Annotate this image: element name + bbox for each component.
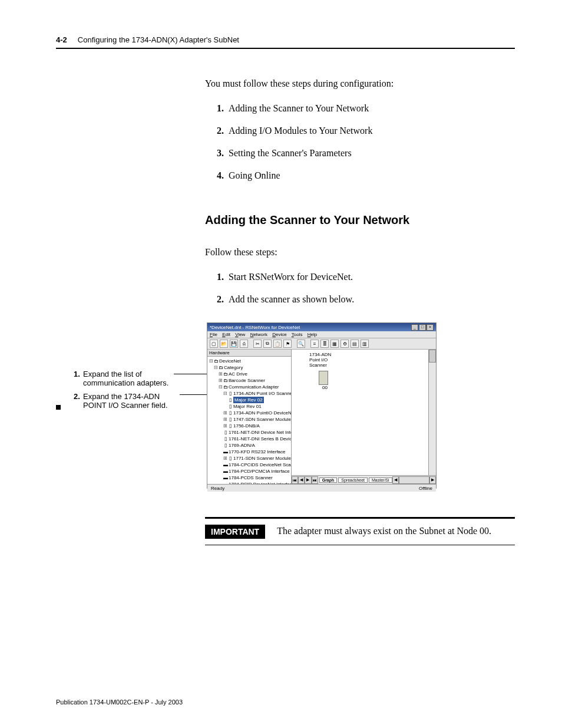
vertical-scrollbar[interactable] [428, 350, 436, 476]
tree-item[interactable]: 1784-PCDS Scanner [229, 475, 273, 480]
tool-icon[interactable]: ▦ [330, 340, 339, 348]
copy-icon[interactable]: ⧉ [263, 340, 272, 348]
publication-footer: Publication 1734-UM002C-EN-P - July 2003 [56, 699, 515, 706]
tree-item[interactable]: 1784-PCID DeviceNet Interface [229, 482, 291, 484]
window-titlebar: *DeviceNet.dnt - RSNetWorx for DeviceNet… [207, 323, 436, 331]
tool-icon[interactable]: ▤ [351, 340, 359, 348]
step-text: Adding the Scanner to Your Network [229, 103, 369, 113]
tree-item[interactable]: 1747-SDN Scanner Module [233, 417, 291, 422]
tool-icon[interactable]: ▥ [361, 340, 369, 348]
save-icon[interactable]: 💾 [230, 340, 238, 348]
online-icon[interactable]: ⚑ [283, 340, 292, 348]
zoom-icon[interactable]: 🔍 [297, 340, 305, 348]
tab-master-slave[interactable]: Master/Sl [369, 477, 392, 483]
paste-icon[interactable]: 📋 [273, 340, 282, 348]
rsnetworx-window: *DeviceNet.dnt - RSNetWorx for DeviceNet… [207, 322, 437, 489]
menu-edit[interactable]: Edit [222, 332, 230, 337]
menu-device[interactable]: Device [272, 332, 286, 337]
step-text: Going Online [229, 170, 280, 180]
tree-item[interactable]: AC Drive [229, 371, 247, 377]
device-icon[interactable] [319, 371, 328, 385]
page-number: 4-2 [56, 35, 67, 44]
section-heading: Adding the Scanner to Your Network [205, 213, 515, 227]
tree-item[interactable]: Barcode Scanner [229, 378, 265, 383]
tree-header: Hardware [207, 350, 291, 357]
tree-item[interactable]: Communication Adapter [229, 384, 279, 390]
sheet-tabs[interactable]: ⏮ ◀ ▶ ⏭ Graph Spreadsheet Master/Sl ◀ ▶ [292, 475, 436, 484]
tab-spreadsheet[interactable]: Spreadsheet [338, 477, 368, 483]
intro-text: You must follow these steps during confi… [205, 78, 515, 89]
substeps-list: 1.Start RSNetWorx for DeviceNet. 2.Add t… [217, 272, 515, 305]
bullet-marker [56, 405, 61, 410]
tab-graph[interactable]: Graph [319, 477, 338, 483]
tree-item[interactable]: 1761-NET-DNI Series B Device [229, 436, 291, 442]
tree-item-selected[interactable]: Major Rev 02 [233, 397, 264, 403]
nav-last-icon[interactable]: ⏭ [312, 476, 318, 484]
tool-icon[interactable]: ≡ [310, 340, 319, 348]
tool-icon[interactable]: ≣ [320, 340, 329, 348]
print-icon[interactable]: ⎙ [240, 340, 248, 348]
status-bar: Ready Offline [207, 484, 436, 492]
scroll-right-icon[interactable]: ▶ [429, 476, 436, 484]
tree-item[interactable]: 1761-NET-DNI Device Net Inte [229, 430, 291, 435]
device-node-number: 00 [322, 385, 328, 390]
tree-item[interactable]: 1771-SDN Scanner Module [233, 456, 291, 461]
menu-view[interactable]: View [235, 332, 245, 337]
close-icon[interactable]: × [427, 324, 434, 331]
tree-item[interactable]: 1756-DNB/A [233, 423, 260, 429]
network-canvas[interactable]: 1734-ADN Point I/O Scanner 00 ⏮ ◀ ▶ ⏭ Gr… [292, 350, 436, 484]
tree-item[interactable]: 1734-ADN PointIO DeviceNet A [233, 410, 291, 416]
nav-prev-icon[interactable]: ◀ [298, 476, 305, 484]
page-header: 4-2 Configuring the 1734-ADN(X) Adapter'… [56, 35, 515, 49]
substep-text: Start RSNetWorx for DeviceNet. [229, 272, 353, 282]
config-steps-list: 1.Adding the Scanner to Your Network 2.A… [217, 103, 515, 181]
open-icon[interactable]: 📂 [220, 340, 228, 348]
tree-item[interactable]: DeviceNet [219, 358, 241, 364]
important-box: IMPORTANT The adapter must always exist … [205, 517, 515, 545]
tree-item[interactable]: 1769-ADN/A [229, 443, 255, 448]
window-buttons[interactable]: _□× [411, 324, 434, 331]
tree-item[interactable]: 1784-CPCIDS DeviceNet Scann [229, 462, 291, 467]
nav-next-icon[interactable]: ▶ [305, 476, 311, 484]
scroll-left-icon[interactable]: ◀ [392, 476, 399, 484]
screenshot-area: 1.Expand the list of communication adapt… [56, 322, 515, 493]
device-label: 1734-ADN Point I/O Scanner [309, 352, 331, 368]
tree-item[interactable]: 1734-ADN Point I/O Scanner [233, 391, 291, 396]
tree-item[interactable]: 1784-PCD/PCMCIA Interface [229, 469, 290, 474]
status-left: Ready [211, 486, 224, 491]
step-text: Adding I/O Modules to Your Network [229, 126, 372, 136]
tree-item[interactable]: Category [224, 365, 243, 370]
tree-item[interactable]: 1770-KFD RS232 Interface [229, 449, 286, 454]
callout-left-1: 1.Expand the list of communication adapt… [74, 370, 197, 387]
new-icon[interactable]: ▢ [210, 340, 218, 348]
header-title: Configuring the 1734-ADN(X) Adapter's Su… [78, 35, 239, 44]
important-label: IMPORTANT [205, 525, 265, 539]
menu-tools[interactable]: Tools [292, 332, 303, 337]
hardware-tree[interactable]: Hardware ⊟🗀DeviceNet ⊟🗀Category ⊞🗀AC Dri… [207, 350, 292, 484]
minimize-icon[interactable]: _ [411, 324, 418, 331]
important-text: The adapter must always exist on the Sub… [277, 525, 491, 536]
nav-first-icon[interactable]: ⏮ [292, 476, 298, 484]
menu-bar[interactable]: File Edit View Network Device Tools Help [207, 331, 436, 338]
tree-item[interactable]: Major Rev 01 [233, 404, 262, 409]
menu-file[interactable]: File [210, 332, 217, 337]
tool-icon[interactable]: ⚙ [340, 340, 349, 348]
window-title: *DeviceNet.dnt - RSNetWorx for DeviceNet [210, 325, 300, 330]
menu-network[interactable]: Network [250, 332, 267, 337]
menu-help[interactable]: Help [308, 332, 317, 337]
maximize-icon[interactable]: □ [419, 324, 426, 331]
cut-icon[interactable]: ✂ [253, 340, 262, 348]
substep-text: Add the scanner as shown below. [229, 294, 354, 304]
step-text: Setting the Scanner's Parameters [229, 148, 352, 158]
follow-text: Follow these steps: [205, 247, 515, 258]
status-right: Offline [419, 486, 432, 491]
callout-left-2: 2.Expand the 1734-ADN POINT I/O Scanner … [74, 392, 197, 410]
toolbar[interactable]: ▢ 📂 💾 ⎙ ✂ ⧉ 📋 ⚑ 🔍 ≡ ≣ ▦ ⚙ ▤ ▥ [207, 338, 436, 350]
